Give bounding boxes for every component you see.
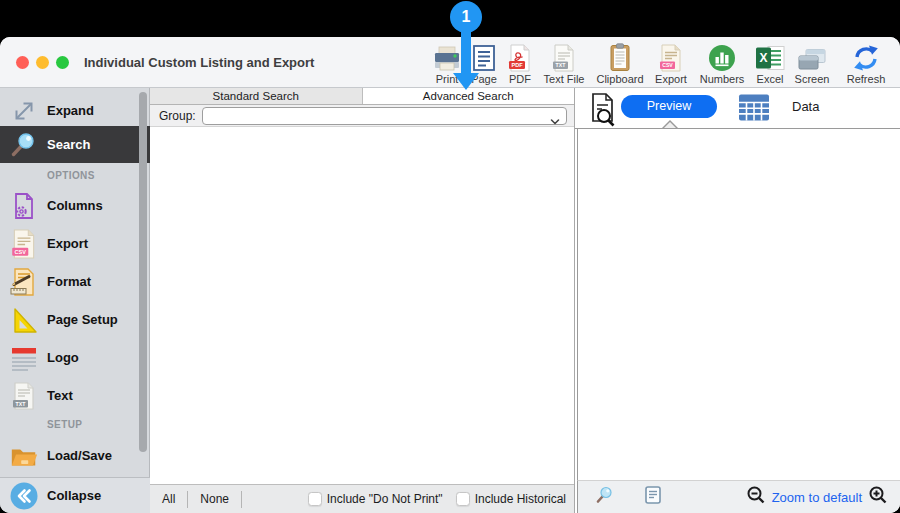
screen-icon: [785, 41, 839, 72]
toolbar-text-file-button[interactable]: TXT Text File: [537, 41, 591, 86]
sidebar-item-format[interactable]: Format: [0, 263, 150, 300]
sidebar-item-text[interactable]: TXT Text: [0, 377, 150, 414]
folder-icon: [9, 441, 39, 471]
toolbar-refresh-button[interactable]: Refresh: [839, 41, 893, 86]
search-panel: Standard Search Advanced Search Group: A…: [150, 88, 575, 513]
format-icon: [9, 267, 39, 297]
output-panel-footer: Zoom to default: [577, 480, 900, 513]
toolbar-screen-button[interactable]: Screen: [785, 41, 839, 86]
toolbar-numbers-button[interactable]: Numbers: [695, 41, 749, 86]
sidebar-item-page-setup[interactable]: Page Setup: [0, 301, 150, 338]
export-csv-icon: CSV: [644, 41, 698, 72]
titlebar: Individual Custom Listing and Export Pri…: [0, 37, 900, 88]
svg-text:PDF: PDF: [511, 62, 523, 68]
main-area: Expand Search OPTIONS: [0, 88, 900, 513]
svg-text:CSV: CSV: [15, 248, 27, 254]
include-historical-checkbox[interactable]: [456, 492, 470, 506]
sidebar: Expand Search OPTIONS: [0, 88, 150, 513]
include-do-not-print-checkbox[interactable]: [308, 492, 322, 506]
magnifier-icon[interactable]: [595, 485, 615, 509]
data-table-icon[interactable]: [738, 93, 770, 126]
window-title: Individual Custom Listing and Export: [84, 37, 314, 88]
sidebar-section-setup: SETUP: [47, 419, 82, 430]
include-do-not-print-group: Include "Do Not Print": [308, 492, 443, 506]
svg-text:CSV: CSV: [662, 62, 673, 68]
expand-icon: [9, 96, 39, 126]
sidebar-item-export[interactable]: CSV Export: [0, 225, 150, 262]
zoom-in-icon[interactable]: [868, 485, 888, 509]
search-panel-footer: All None Include "Do Not Print" Include …: [150, 484, 574, 513]
zoom-to-default-link[interactable]: Zoom to default: [772, 490, 862, 505]
output-panel-header: Preview: [575, 88, 900, 128]
toolbar-export-button[interactable]: CSV Export: [644, 41, 698, 86]
svg-text:TXT: TXT: [16, 400, 27, 406]
sidebar-item-load-save[interactable]: Load/Save: [0, 437, 150, 474]
group-label: Group:: [159, 109, 196, 123]
sidebar-scrollbar[interactable]: [139, 92, 147, 452]
tab-standard-search[interactable]: Standard Search: [150, 88, 363, 104]
zoom-out-icon[interactable]: [746, 485, 766, 509]
group-select[interactable]: [202, 107, 567, 125]
sidebar-item-search[interactable]: Search: [0, 126, 150, 163]
close-window-button[interactable]: [16, 56, 29, 69]
page-thumbnail-icon[interactable]: [643, 485, 663, 509]
include-historical-group: Include Historical: [456, 492, 566, 506]
preview-document-icon: [588, 92, 618, 131]
sidebar-item-collapse[interactable]: Collapse: [0, 477, 150, 513]
annotation-arrowhead: [453, 73, 479, 90]
page-setup-icon: [9, 305, 39, 335]
collapse-icon: [9, 481, 39, 511]
zoom-window-button[interactable]: [56, 56, 69, 69]
select-none-button[interactable]: None: [188, 492, 241, 506]
search-tabstrip: Standard Search Advanced Search: [150, 88, 574, 105]
screen: Individual Custom Listing and Export Pri…: [0, 0, 900, 513]
numbers-icon: [695, 41, 749, 72]
text-file-icon: TXT: [537, 41, 591, 72]
svg-text:X: X: [759, 51, 767, 65]
sidebar-section-options: OPTIONS: [47, 170, 95, 181]
sidebar-item-logo[interactable]: Logo: [0, 339, 150, 376]
group-row: Group:: [150, 105, 574, 127]
text-file-icon: TXT: [9, 381, 39, 411]
svg-text:TXT: TXT: [556, 62, 567, 68]
clipboard-icon: [593, 41, 647, 72]
logo-icon: [9, 343, 39, 373]
toolbar-clipboard-button[interactable]: Clipboard: [593, 41, 647, 86]
include-historical-label: Include Historical: [475, 492, 566, 506]
data-toggle-label[interactable]: Data: [792, 99, 819, 114]
sidebar-item-columns[interactable]: Columns: [0, 187, 150, 224]
output-panel: Preview: [575, 88, 900, 513]
include-do-not-print-label: Include "Do Not Print": [327, 492, 443, 506]
annotation-arrow: [461, 28, 471, 74]
sidebar-item-expand[interactable]: Expand: [0, 92, 150, 129]
refresh-icon: [839, 41, 893, 72]
footer-separator: [241, 491, 242, 508]
tab-advanced-search[interactable]: Advanced Search: [363, 88, 575, 104]
export-csv-icon: CSV: [9, 229, 39, 259]
app-window: Individual Custom Listing and Export Pri…: [0, 37, 900, 513]
preview-toggle-button[interactable]: Preview: [621, 95, 717, 118]
preview-area: [577, 129, 900, 480]
select-all-button[interactable]: All: [150, 492, 187, 506]
minimize-window-button[interactable]: [36, 56, 49, 69]
search-results-area: [150, 127, 574, 484]
columns-icon: [9, 191, 39, 221]
search-icon: [9, 130, 39, 160]
